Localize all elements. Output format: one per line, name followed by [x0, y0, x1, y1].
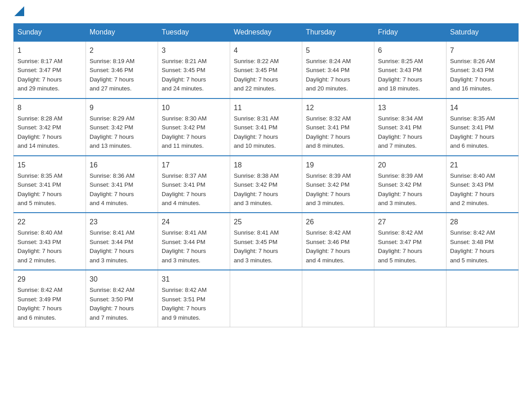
- day-info: Sunrise: 8:24 AMSunset: 3:44 PMDaylight:…: [306, 57, 370, 94]
- calendar-header-row: SundayMondayTuesdayWednesdayThursdayFrid…: [14, 24, 519, 42]
- calendar-cell: 4Sunrise: 8:22 AMSunset: 3:45 PMDaylight…: [230, 41, 302, 98]
- day-info: Sunrise: 8:19 AMSunset: 3:46 PMDaylight:…: [90, 57, 154, 94]
- calendar-cell: 23Sunrise: 8:41 AMSunset: 3:44 PMDayligh…: [86, 213, 158, 270]
- day-info: Sunrise: 8:40 AMSunset: 3:43 PMDaylight:…: [450, 171, 515, 208]
- day-number: 17: [162, 160, 226, 171]
- day-number: 8: [17, 103, 82, 113]
- calendar-cell: 17Sunrise: 8:37 AMSunset: 3:41 PMDayligh…: [158, 156, 230, 213]
- day-info: Sunrise: 8:22 AMSunset: 3:45 PMDaylight:…: [234, 57, 298, 94]
- calendar-cell: 2Sunrise: 8:19 AMSunset: 3:46 PMDaylight…: [86, 41, 158, 98]
- logo: [13, 9, 24, 14]
- day-number: 13: [378, 103, 442, 113]
- day-number: 1: [17, 45, 82, 56]
- calendar-cell: 28Sunrise: 8:42 AMSunset: 3:48 PMDayligh…: [446, 213, 519, 270]
- day-info: Sunrise: 8:36 AMSunset: 3:41 PMDaylight:…: [90, 171, 154, 208]
- logo-triangle-icon: [14, 6, 24, 16]
- calendar-cell: 11Sunrise: 8:31 AMSunset: 3:41 PMDayligh…: [230, 98, 302, 156]
- calendar-cell: 5Sunrise: 8:24 AMSunset: 3:44 PMDaylight…: [302, 41, 374, 98]
- day-number: 24: [162, 217, 226, 227]
- calendar-cell: 18Sunrise: 8:38 AMSunset: 3:42 PMDayligh…: [230, 156, 302, 213]
- calendar-cell: 7Sunrise: 8:26 AMSunset: 3:43 PMDaylight…: [446, 41, 519, 98]
- day-number: 7: [450, 45, 515, 56]
- calendar-cell: 10Sunrise: 8:30 AMSunset: 3:42 PMDayligh…: [158, 98, 230, 156]
- day-number: 5: [306, 45, 370, 56]
- day-info: Sunrise: 8:37 AMSunset: 3:41 PMDaylight:…: [162, 171, 226, 208]
- calendar-cell: [374, 270, 446, 327]
- day-info: Sunrise: 8:42 AMSunset: 3:48 PMDaylight:…: [450, 228, 515, 265]
- calendar-cell: 16Sunrise: 8:36 AMSunset: 3:41 PMDayligh…: [86, 156, 158, 213]
- day-header-monday: Monday: [86, 24, 158, 42]
- calendar-cell: 8Sunrise: 8:28 AMSunset: 3:42 PMDaylight…: [14, 98, 86, 156]
- day-info: Sunrise: 8:41 AMSunset: 3:44 PMDaylight:…: [162, 228, 226, 265]
- calendar-week-row: 1Sunrise: 8:17 AMSunset: 3:47 PMDaylight…: [14, 41, 519, 98]
- calendar-week-row: 29Sunrise: 8:42 AMSunset: 3:49 PMDayligh…: [14, 270, 519, 327]
- day-number: 18: [234, 160, 298, 171]
- calendar-week-row: 8Sunrise: 8:28 AMSunset: 3:42 PMDaylight…: [14, 98, 519, 156]
- day-info: Sunrise: 8:34 AMSunset: 3:41 PMDaylight:…: [378, 114, 442, 151]
- day-header-friday: Friday: [374, 24, 446, 42]
- calendar-cell: 20Sunrise: 8:39 AMSunset: 3:42 PMDayligh…: [374, 156, 446, 213]
- day-number: 21: [450, 160, 515, 171]
- day-number: 27: [378, 217, 442, 227]
- calendar-cell: 27Sunrise: 8:42 AMSunset: 3:47 PMDayligh…: [374, 213, 446, 270]
- day-number: 10: [162, 103, 226, 113]
- day-info: Sunrise: 8:32 AMSunset: 3:41 PMDaylight:…: [306, 114, 370, 151]
- day-number: 3: [162, 45, 226, 56]
- day-info: Sunrise: 8:30 AMSunset: 3:42 PMDaylight:…: [162, 114, 226, 151]
- day-info: Sunrise: 8:25 AMSunset: 3:43 PMDaylight:…: [378, 57, 442, 94]
- day-number: 14: [450, 103, 515, 113]
- calendar-cell: 1Sunrise: 8:17 AMSunset: 3:47 PMDaylight…: [14, 41, 86, 98]
- calendar-cell: 6Sunrise: 8:25 AMSunset: 3:43 PMDaylight…: [374, 41, 446, 98]
- day-info: Sunrise: 8:38 AMSunset: 3:42 PMDaylight:…: [234, 171, 298, 208]
- svg-marker-0: [14, 6, 24, 16]
- calendar-cell: [446, 270, 519, 327]
- day-info: Sunrise: 8:29 AMSunset: 3:42 PMDaylight:…: [90, 114, 154, 151]
- calendar-week-row: 15Sunrise: 8:35 AMSunset: 3:41 PMDayligh…: [14, 156, 519, 213]
- day-number: 6: [378, 45, 442, 56]
- day-number: 23: [90, 217, 154, 227]
- calendar-cell: 15Sunrise: 8:35 AMSunset: 3:41 PMDayligh…: [14, 156, 86, 213]
- day-header-saturday: Saturday: [446, 24, 519, 42]
- day-info: Sunrise: 8:41 AMSunset: 3:44 PMDaylight:…: [90, 228, 154, 265]
- day-info: Sunrise: 8:42 AMSunset: 3:46 PMDaylight:…: [306, 228, 370, 265]
- day-number: 9: [90, 103, 154, 113]
- calendar-cell: 12Sunrise: 8:32 AMSunset: 3:41 PMDayligh…: [302, 98, 374, 156]
- calendar-cell: 9Sunrise: 8:29 AMSunset: 3:42 PMDaylight…: [86, 98, 158, 156]
- calendar-cell: [302, 270, 374, 327]
- day-info: Sunrise: 8:26 AMSunset: 3:43 PMDaylight:…: [450, 57, 515, 94]
- day-header-thursday: Thursday: [302, 24, 374, 42]
- calendar-cell: 14Sunrise: 8:35 AMSunset: 3:41 PMDayligh…: [446, 98, 519, 156]
- calendar-cell: 21Sunrise: 8:40 AMSunset: 3:43 PMDayligh…: [446, 156, 519, 213]
- day-info: Sunrise: 8:28 AMSunset: 3:42 PMDaylight:…: [17, 114, 82, 151]
- day-info: Sunrise: 8:42 AMSunset: 3:51 PMDaylight:…: [162, 286, 226, 322]
- day-header-sunday: Sunday: [14, 24, 86, 42]
- day-number: 12: [306, 103, 370, 113]
- day-info: Sunrise: 8:35 AMSunset: 3:41 PMDaylight:…: [17, 171, 82, 208]
- day-info: Sunrise: 8:42 AMSunset: 3:47 PMDaylight:…: [378, 228, 442, 265]
- day-number: 29: [17, 274, 82, 285]
- day-number: 15: [17, 160, 82, 171]
- day-number: 25: [234, 217, 298, 227]
- calendar-cell: 30Sunrise: 8:42 AMSunset: 3:50 PMDayligh…: [86, 270, 158, 327]
- day-number: 11: [234, 103, 298, 113]
- day-info: Sunrise: 8:42 AMSunset: 3:50 PMDaylight:…: [90, 286, 154, 322]
- day-number: 31: [162, 274, 226, 285]
- day-info: Sunrise: 8:42 AMSunset: 3:49 PMDaylight:…: [17, 286, 82, 322]
- calendar-cell: 26Sunrise: 8:42 AMSunset: 3:46 PMDayligh…: [302, 213, 374, 270]
- calendar-week-row: 22Sunrise: 8:40 AMSunset: 3:43 PMDayligh…: [14, 213, 519, 270]
- calendar-cell: 3Sunrise: 8:21 AMSunset: 3:45 PMDaylight…: [158, 41, 230, 98]
- day-number: 26: [306, 217, 370, 227]
- day-number: 2: [90, 45, 154, 56]
- calendar-cell: 25Sunrise: 8:41 AMSunset: 3:45 PMDayligh…: [230, 213, 302, 270]
- day-info: Sunrise: 8:39 AMSunset: 3:42 PMDaylight:…: [306, 171, 370, 208]
- day-info: Sunrise: 8:21 AMSunset: 3:45 PMDaylight:…: [162, 57, 226, 94]
- day-number: 20: [378, 160, 442, 171]
- day-info: Sunrise: 8:40 AMSunset: 3:43 PMDaylight:…: [17, 228, 82, 265]
- day-header-tuesday: Tuesday: [158, 24, 230, 42]
- calendar-cell: 24Sunrise: 8:41 AMSunset: 3:44 PMDayligh…: [158, 213, 230, 270]
- day-info: Sunrise: 8:39 AMSunset: 3:42 PMDaylight:…: [378, 171, 442, 208]
- calendar-cell: 13Sunrise: 8:34 AMSunset: 3:41 PMDayligh…: [374, 98, 446, 156]
- day-header-wednesday: Wednesday: [230, 24, 302, 42]
- calendar-cell: 22Sunrise: 8:40 AMSunset: 3:43 PMDayligh…: [14, 213, 86, 270]
- calendar-cell: [230, 270, 302, 327]
